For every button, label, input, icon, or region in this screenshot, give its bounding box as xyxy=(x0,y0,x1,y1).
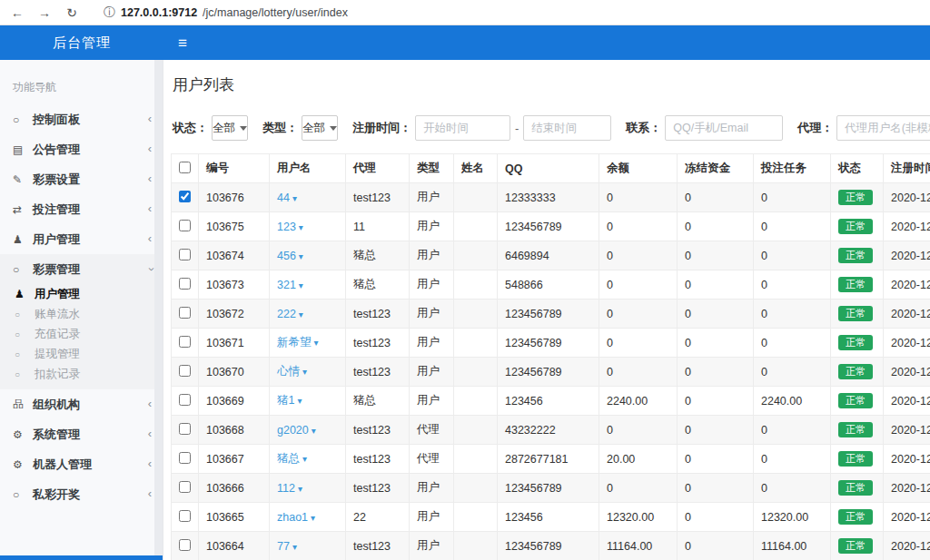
username-link[interactable]: 新希望▾ xyxy=(277,336,319,349)
balance-cell: 0 xyxy=(599,183,678,212)
agent-cell: test123 xyxy=(346,474,410,503)
hamburger-icon[interactable]: ≡ xyxy=(178,35,187,51)
qq-cell: 12333333 xyxy=(498,183,599,212)
forward-icon[interactable]: → xyxy=(36,5,53,20)
sidebar-item-notice-manage[interactable]: ▤公告管理‹ xyxy=(0,134,163,164)
username-dropdown-icon[interactable]: ▾ xyxy=(312,426,316,436)
username-dropdown-icon[interactable]: ▾ xyxy=(314,338,319,348)
row-checkbox[interactable] xyxy=(179,423,191,435)
frozen-cell: 0 xyxy=(678,183,754,212)
frozen-cell: 0 xyxy=(678,387,754,416)
username-dropdown-icon[interactable]: ▾ xyxy=(298,484,302,494)
task-cell: 0 xyxy=(754,329,831,358)
balance-cell: 0 xyxy=(599,241,678,270)
row-checkbox[interactable] xyxy=(179,365,191,377)
sidebar-item-robot-manage[interactable]: ⚙机器人管理‹ xyxy=(0,449,163,479)
sidebar-subitem-recharge-records[interactable]: ○充值记录 xyxy=(0,324,163,344)
row-checkbox[interactable] xyxy=(179,191,191,202)
sidebar-item-organization[interactable]: 品组织机构‹ xyxy=(0,389,163,419)
user-table: 编号 用户名 代理 类型 姓名 QQ 余额 冻结资金 投注任务 状态 注册时间 … xyxy=(171,153,930,560)
row-checkbox[interactable] xyxy=(179,307,191,319)
username-dropdown-icon[interactable]: ▾ xyxy=(292,193,297,203)
sidebar-item-system-manage[interactable]: ⚙系统管理‹ xyxy=(0,419,163,449)
site-info-icon[interactable]: ⓘ xyxy=(104,5,115,21)
username-dropdown-icon[interactable]: ▾ xyxy=(299,309,303,319)
username-link[interactable]: g2020▾ xyxy=(277,424,316,437)
select-all-checkbox[interactable] xyxy=(179,162,191,173)
status-cell: 正常 xyxy=(831,387,884,416)
sidebar-scrollbar[interactable] xyxy=(154,60,163,560)
sidebar-item-private-lottery[interactable]: ○私彩开奖‹ xyxy=(0,479,163,509)
username-link[interactable]: zhao1▾ xyxy=(277,511,315,524)
sidebar-subitem-withdraw-manage[interactable]: ○提现管理 xyxy=(0,344,163,364)
row-checkbox[interactable] xyxy=(179,249,191,260)
row-checkbox[interactable] xyxy=(179,481,191,493)
reload-icon[interactable]: ↻ xyxy=(64,5,80,20)
url-path: /jc/manage/lottery/user/index xyxy=(203,6,348,19)
username-dropdown-icon[interactable]: ▾ xyxy=(311,513,315,523)
username-link[interactable]: 321▾ xyxy=(277,279,303,291)
agent-input[interactable] xyxy=(836,115,930,141)
sidebar-item-user-manage[interactable]: ♟用户管理‹ xyxy=(0,224,163,254)
username-link[interactable]: 77▾ xyxy=(277,540,297,553)
sidebar-item-lottery-manage[interactable]: ○彩票管理‹ xyxy=(0,254,163,284)
row-checkbox[interactable] xyxy=(179,220,191,231)
start-time-input[interactable] xyxy=(415,115,510,141)
col-name: 姓名 xyxy=(454,154,498,183)
regtime-cell: 2020-12-0 xyxy=(884,503,930,532)
username-dropdown-icon[interactable]: ▾ xyxy=(299,222,303,232)
task-cell: 0 xyxy=(754,270,831,300)
status-badge: 正常 xyxy=(838,190,873,205)
sidebar-subitem-user-manage-sub[interactable]: ♟用户管理 xyxy=(0,284,163,304)
back-icon[interactable]: ← xyxy=(9,5,25,20)
sidebar-item-control-panel[interactable]: ○控制面板‹ xyxy=(0,104,163,134)
row-checkbox[interactable] xyxy=(179,278,191,290)
type-cell: 用户 xyxy=(410,503,454,532)
status-badge: 正常 xyxy=(838,509,873,525)
filter-bar: 状态： 全部 类型： 全部 注册时间： - 联系： 代理： 用户 xyxy=(171,115,930,141)
sidebar-subitem-bill-flow[interactable]: ○账单流水 xyxy=(0,304,163,324)
sidebar-subitem-label: 用户管理 xyxy=(35,287,80,302)
sidebar-subitem-deduction-records[interactable]: ○扣款记录 xyxy=(0,364,163,384)
name-cell xyxy=(454,183,498,212)
username-link[interactable]: 123▾ xyxy=(277,221,303,233)
username-dropdown-icon[interactable]: ▾ xyxy=(302,367,307,377)
row-checkbox[interactable] xyxy=(179,394,191,406)
type-cell: 用户 xyxy=(410,270,454,300)
username-dropdown-icon[interactable]: ▾ xyxy=(297,396,302,406)
type-select-value: 全部 xyxy=(302,121,325,136)
username-link[interactable]: 112▾ xyxy=(277,482,302,495)
sidebar-item-lottery-setting[interactable]: ✎彩票设置‹ xyxy=(0,164,163,194)
username-link[interactable]: 456▾ xyxy=(277,250,303,262)
table-row: 103674456▾猪总用户6469894000正常2020-12-0 xyxy=(172,241,930,270)
end-time-input[interactable] xyxy=(523,115,611,141)
qq-cell: 123456789 xyxy=(498,329,599,358)
username-link[interactable]: 猪总▾ xyxy=(277,452,307,465)
chevron-collapsed-icon: ‹ xyxy=(148,172,152,185)
user-id-cell: 103667 xyxy=(199,445,270,474)
status-select[interactable]: 全部 xyxy=(212,115,248,141)
sidebar-item-bet-manage[interactable]: ⇄投注管理‹ xyxy=(0,194,163,224)
username-dropdown-icon[interactable]: ▾ xyxy=(299,280,303,290)
status-filter-label: 状态： xyxy=(173,120,208,136)
username-dropdown-icon[interactable]: ▾ xyxy=(292,542,297,552)
username-dropdown-icon[interactable]: ▾ xyxy=(299,251,303,261)
username-link[interactable]: 222▾ xyxy=(277,308,303,320)
regtime-cell: 2020-12-0 xyxy=(884,270,930,300)
user-id-cell: 103673 xyxy=(199,270,270,300)
username-link[interactable]: 44▾ xyxy=(277,192,297,204)
username-dropdown-icon[interactable]: ▾ xyxy=(302,454,307,464)
contact-input[interactable] xyxy=(665,115,783,141)
username-link[interactable]: 猪1▾ xyxy=(277,394,302,407)
sitemap-icon: 品 xyxy=(13,397,33,412)
address-bar[interactable]: ⓘ 127.0.0.1:9712/jc/manage/lottery/user/… xyxy=(104,5,348,21)
row-checkbox[interactable] xyxy=(179,539,191,551)
row-checkbox[interactable] xyxy=(179,452,191,464)
table-row: 10366477▾test123用户12345678911164.0001116… xyxy=(172,532,930,560)
row-checkbox[interactable] xyxy=(179,336,191,348)
regtime-cell: 2020-12-0 xyxy=(884,474,930,503)
username-link[interactable]: 心情▾ xyxy=(277,365,307,378)
task-cell: 0 xyxy=(754,183,831,212)
row-checkbox[interactable] xyxy=(179,510,191,522)
type-select[interactable]: 全部 xyxy=(302,115,338,141)
